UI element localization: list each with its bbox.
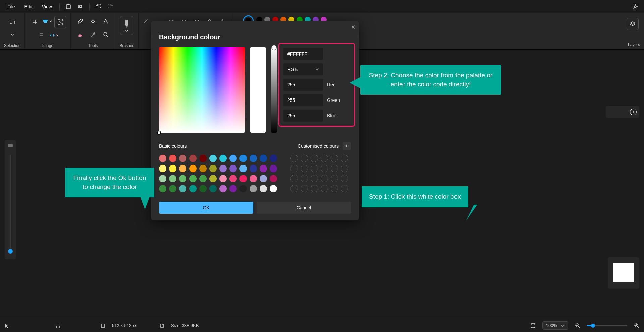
basic-colour-swatch[interactable] (239, 155, 247, 162)
basic-colour-swatch[interactable] (189, 165, 197, 172)
add-custom-colour-button[interactable]: + (343, 142, 351, 150)
slider-thumb[interactable] (8, 249, 13, 254)
fill-icon[interactable] (88, 16, 98, 27)
text-icon[interactable] (100, 16, 111, 27)
zoom-in-icon[interactable] (634, 323, 639, 328)
custom-colour-slot[interactable] (290, 185, 298, 192)
custom-colour-slot[interactable] (311, 175, 318, 182)
basic-colour-swatch[interactable] (189, 155, 197, 162)
custom-colour-slot[interactable] (331, 185, 338, 192)
close-button[interactable]: ✕ (349, 23, 357, 31)
basic-colour-swatch[interactable] (219, 185, 227, 192)
basic-colour-swatch[interactable] (239, 165, 247, 172)
basic-colour-swatch[interactable] (239, 185, 247, 192)
basic-colour-swatch[interactable] (199, 175, 207, 182)
basic-colour-swatch[interactable] (159, 155, 166, 162)
basic-colour-swatch[interactable] (219, 165, 227, 172)
basic-colour-swatch[interactable] (270, 155, 277, 162)
value-slider[interactable] (271, 47, 277, 133)
custom-colour-slot[interactable] (311, 185, 318, 192)
zoom-icon[interactable] (100, 29, 111, 40)
custom-colour-slot[interactable] (321, 185, 328, 192)
color-mode-select[interactable]: RGB (283, 63, 323, 75)
blue-input[interactable] (283, 110, 323, 122)
basic-colour-swatch[interactable] (209, 155, 217, 162)
custom-colour-slot[interactable] (331, 175, 338, 182)
basic-colour-swatch[interactable] (179, 155, 186, 162)
menu-view[interactable]: View (38, 2, 56, 11)
basic-colour-swatch[interactable] (169, 165, 176, 172)
custom-colour-slot[interactable] (341, 185, 348, 192)
basic-colour-swatch[interactable] (179, 165, 186, 172)
basic-colour-swatch[interactable] (159, 165, 166, 172)
layers-button[interactable] (627, 18, 639, 30)
green-input[interactable] (283, 94, 323, 106)
custom-colour-slot[interactable] (331, 165, 338, 172)
basic-colour-swatch[interactable] (209, 185, 217, 192)
hex-input[interactable] (283, 48, 323, 60)
basic-colour-swatch[interactable] (179, 185, 186, 192)
line-icon[interactable] (141, 16, 151, 27)
magic-select-icon[interactable] (42, 16, 52, 27)
custom-colour-slot[interactable] (341, 155, 348, 162)
basic-colour-swatch[interactable] (250, 155, 257, 162)
basic-colour-swatch[interactable] (270, 165, 277, 172)
basic-colour-swatch[interactable] (179, 175, 186, 182)
custom-colour-slot[interactable] (301, 165, 308, 172)
rotate-icon[interactable] (36, 30, 47, 41)
fit-screen-icon[interactable] (530, 323, 536, 328)
picker-handle[interactable] (157, 131, 161, 135)
redo-icon[interactable] (105, 1, 116, 12)
selection-tool-icon[interactable] (7, 16, 18, 27)
basic-colour-swatch[interactable] (199, 155, 207, 162)
custom-colour-slot[interactable] (321, 165, 328, 172)
basic-colour-swatch[interactable] (209, 175, 217, 182)
custom-colour-slot[interactable] (290, 165, 298, 172)
eraser-icon[interactable] (75, 29, 86, 40)
eyedropper-icon[interactable] (88, 29, 98, 40)
custom-colour-slot[interactable] (301, 185, 308, 192)
custom-colour-slot[interactable] (301, 155, 308, 162)
custom-colour-slot[interactable] (341, 165, 348, 172)
basic-colour-swatch[interactable] (260, 155, 267, 162)
color-gradient-picker[interactable] (159, 47, 245, 133)
basic-colour-swatch[interactable] (159, 185, 166, 192)
basic-colour-swatch[interactable] (270, 185, 277, 192)
zoom-out-icon[interactable] (575, 323, 580, 328)
basic-colour-swatch[interactable] (159, 175, 166, 182)
basic-colour-swatch[interactable] (209, 165, 217, 172)
custom-colour-slot[interactable] (311, 155, 318, 162)
basic-colour-swatch[interactable] (229, 175, 237, 182)
menu-edit[interactable]: Edit (20, 2, 37, 11)
basic-colour-swatch[interactable] (260, 185, 267, 192)
basic-colour-swatch[interactable] (250, 175, 257, 182)
brush-button[interactable] (120, 16, 133, 35)
basic-colour-swatch[interactable] (260, 175, 267, 182)
flip-icon[interactable] (49, 30, 59, 41)
basic-colour-swatch[interactable] (169, 175, 176, 182)
basic-colour-swatch[interactable] (260, 165, 267, 172)
basic-colour-swatch[interactable] (169, 155, 176, 162)
save-icon[interactable] (63, 1, 74, 12)
basic-colour-swatch[interactable] (250, 165, 257, 172)
basic-colour-swatch[interactable] (229, 155, 237, 162)
custom-colour-slot[interactable] (301, 175, 308, 182)
pencil-icon[interactable] (75, 16, 86, 27)
menu-file[interactable]: File (3, 2, 19, 11)
undo-icon[interactable] (93, 1, 104, 12)
basic-colour-swatch[interactable] (229, 185, 237, 192)
zoom-dropdown[interactable]: 100% (542, 321, 568, 330)
share-icon[interactable] (75, 1, 86, 12)
custom-colour-slot[interactable] (311, 165, 318, 172)
crop-icon[interactable] (29, 16, 40, 27)
custom-colour-slot[interactable] (341, 175, 348, 182)
red-input[interactable] (283, 79, 323, 91)
custom-colour-slot[interactable] (290, 175, 298, 182)
chevron-down-icon[interactable] (7, 29, 18, 40)
custom-colour-slot[interactable] (321, 155, 328, 162)
basic-colour-swatch[interactable] (219, 175, 227, 182)
zoom-thumb[interactable] (591, 324, 595, 328)
cancel-button[interactable]: Cancel (257, 202, 351, 214)
resize-icon[interactable] (54, 16, 66, 28)
ok-button[interactable]: OK (159, 202, 253, 214)
